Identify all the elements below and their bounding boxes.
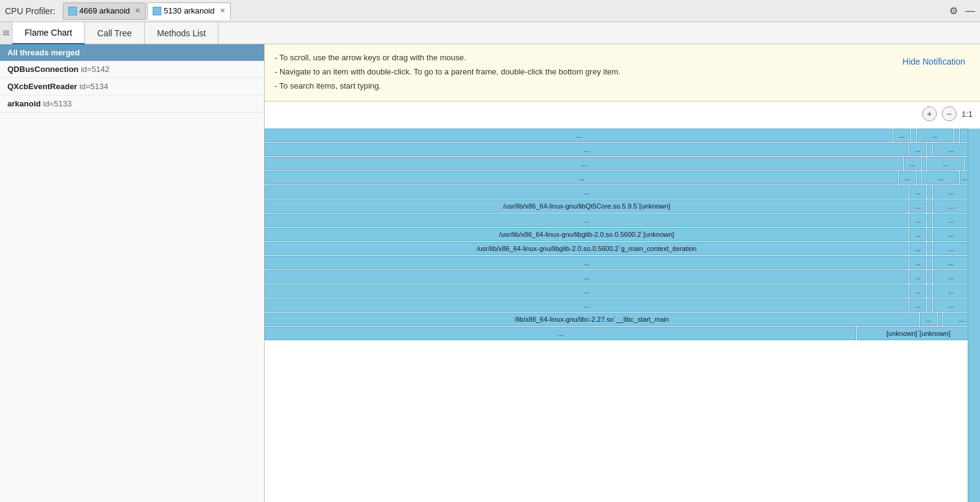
header-bar: CPU Profiler: 4669 arkanoid ✕ 5130 arkan… xyxy=(0,0,980,22)
flame-bar[interactable]: ... xyxy=(893,129,910,142)
flame-bar[interactable] xyxy=(927,270,932,284)
flame-bar[interactable] xyxy=(927,228,932,241)
flame-bar[interactable] xyxy=(927,199,932,213)
flame-bar[interactable] xyxy=(927,242,932,255)
tab-icon-4669 xyxy=(68,7,77,15)
sidebar-item-arkanoid[interactable]: arkanoid id=5133 xyxy=(0,95,264,113)
profile-tab-5130[interactable]: 5130 arkanoid ✕ xyxy=(147,2,230,20)
flame-bar[interactable] xyxy=(927,256,932,269)
profile-tab-4669[interactable]: 4669 arkanoid ✕ xyxy=(63,2,146,20)
flame-bar[interactable]: ... xyxy=(265,256,909,269)
flame-bar[interactable] xyxy=(917,171,922,185)
flame-row-6: /usr/lib/x86_64-linux-gnu/libQt5Core.so.… xyxy=(265,199,980,213)
flame-bar[interactable]: ... xyxy=(265,157,903,170)
sidebar-item-name-3: arkanoid xyxy=(7,99,43,108)
flame-bar[interactable]: ... xyxy=(904,157,921,170)
hide-notification-button[interactable]: Hide Notification xyxy=(898,54,970,69)
tab-flame-chart[interactable]: Flame Chart xyxy=(12,22,85,44)
sidebar-item-name-2: QXcbEventReader xyxy=(7,82,79,91)
sidebar-header: All threads merged xyxy=(0,44,264,61)
flame-bar[interactable]: ... xyxy=(909,143,926,156)
flame-row-12: ... ... ... ... xyxy=(265,284,980,298)
flame-bar[interactable]: ... xyxy=(927,157,964,170)
flame-bar[interactable] xyxy=(911,129,916,142)
tab-icon-5130 xyxy=(153,7,161,15)
flame-bar[interactable]: ... xyxy=(933,256,970,269)
flame-bar[interactable]: ... xyxy=(899,171,916,185)
flame-bar[interactable]: ... xyxy=(933,270,970,284)
tab-call-tree[interactable]: Call Tree xyxy=(85,22,145,44)
flame-bar[interactable]: ... xyxy=(265,270,909,284)
flame-bar[interactable]: ... xyxy=(909,298,926,312)
flame-row-9: /usr/lib/x86_64-linux-gnu/libglib-2.0.so… xyxy=(265,242,980,255)
flame-bar[interactable] xyxy=(927,143,932,156)
flame-bar-g-main-context[interactable]: /usr/lib/x86_64-linux-gnu/libglib-2.0.so… xyxy=(265,242,909,255)
flame-bar[interactable]: ... xyxy=(933,143,970,156)
flame-row-14: /lib/x86_64-linux-gnu/libc-2.27.so`__lib… xyxy=(265,313,980,326)
sidebar-toggle[interactable] xyxy=(0,22,12,44)
view-tabs-bar: Flame Chart Call Tree Methods List xyxy=(0,22,980,44)
flame-bar[interactable]: ... xyxy=(933,242,970,255)
flame-bar[interactable]: ... xyxy=(265,213,909,227)
flame-bar[interactable]: ... xyxy=(909,284,926,298)
flame-bar[interactable]: ... xyxy=(909,185,926,199)
flame-bar[interactable]: ... xyxy=(909,213,926,227)
flame-bar[interactable]: ... xyxy=(265,327,856,340)
flame-bar[interactable] xyxy=(954,129,959,142)
flame-bar[interactable]: ... xyxy=(265,298,909,312)
notification-line-1: - To scroll, use the arrow keys or drag … xyxy=(275,52,888,65)
flame-bar[interactable]: ... xyxy=(265,143,909,156)
flame-row-5: ... ... ... ... xyxy=(265,185,980,199)
flame-bar[interactable]: ... xyxy=(909,199,926,213)
flame-row-7: ... ... ... ... xyxy=(265,213,980,227)
flame-bar[interactable]: ... xyxy=(933,213,970,227)
sidebar-item-qxcbeventreader[interactable]: QXcbEventReader id=5134 xyxy=(0,78,264,95)
flame-bar[interactable]: ... xyxy=(265,185,909,199)
flame-bar[interactable]: ... xyxy=(917,129,954,142)
sidebar-toggle-icon xyxy=(3,31,9,36)
tab-methods-list[interactable]: Methods List xyxy=(145,22,219,44)
flame-bar[interactable] xyxy=(927,213,932,227)
profile-tab-5130-label: 5130 arkanoid xyxy=(164,6,214,15)
flame-bar[interactable]: ... xyxy=(933,298,970,312)
flame-bar[interactable]: ... xyxy=(265,284,909,298)
zoom-controls: + − 1:1 xyxy=(922,106,973,121)
flame-bar[interactable] xyxy=(927,185,932,199)
flame-bar[interactable] xyxy=(927,298,932,312)
flame-bar-unknown-unknown[interactable]: [unknown]`[unknown] xyxy=(857,327,980,340)
sidebar: All threads merged QDBusConnection id=51… xyxy=(0,44,265,502)
flame-bar[interactable] xyxy=(927,284,932,298)
flame-bar[interactable]: ... xyxy=(909,242,926,255)
flame-bar[interactable]: ... xyxy=(922,171,959,185)
flame-bar[interactable]: ... xyxy=(920,313,937,326)
main-layout: All threads merged QDBusConnection id=51… xyxy=(0,44,980,502)
notification-line-2: - Navigate to an item with double-click.… xyxy=(275,66,888,79)
gear-button[interactable]: ⚙ xyxy=(949,6,958,16)
flame-row-4: ... ... ... ... xyxy=(265,171,980,185)
flame-bar[interactable]: ... xyxy=(933,228,970,241)
zoom-in-button[interactable]: + xyxy=(922,106,937,121)
zoom-out-button[interactable]: − xyxy=(942,106,957,121)
close-tab-4669[interactable]: ✕ xyxy=(135,7,140,15)
flame-bar[interactable]: ... xyxy=(265,171,898,185)
flame-row-1: ... ... ... xyxy=(265,129,980,142)
flame-row-11: ... ... ... ... xyxy=(265,270,980,284)
zoom-level-label: 1:1 xyxy=(962,110,973,119)
close-tab-5130[interactable]: ✕ xyxy=(220,7,225,15)
flame-bar-libqt5core[interactable]: /usr/lib/x86_64-linux-gnu/libQt5Core.so.… xyxy=(265,199,909,213)
sidebar-item-qdbusconnection[interactable]: QDBusConnection id=5142 xyxy=(0,61,264,78)
flame-bar[interactable]: ... xyxy=(933,284,970,298)
flame-chart-area[interactable]: + − 1:1 ... ... ... ... xyxy=(265,102,980,502)
notification-line-3: - To search items, start typing. xyxy=(275,80,888,93)
flame-bar[interactable]: ... xyxy=(265,129,893,142)
flame-bar-libglib-unknown[interactable]: /usr/lib/x86_64-linux-gnu/libglib-2.0.so… xyxy=(265,228,909,241)
flame-bar[interactable]: ... xyxy=(909,228,926,241)
flame-bar[interactable]: ... xyxy=(909,256,926,269)
minimize-button[interactable]: — xyxy=(965,6,975,16)
flame-bar[interactable]: ... xyxy=(933,199,970,213)
flame-bar[interactable] xyxy=(938,313,942,326)
flame-bar[interactable] xyxy=(922,157,926,170)
flame-bar[interactable]: ... xyxy=(909,270,926,284)
flame-bar-libc-start-main[interactable]: /lib/x86_64-linux-gnu/libc-2.27.so`__lib… xyxy=(265,313,919,326)
flame-bar[interactable]: ... xyxy=(933,185,970,199)
